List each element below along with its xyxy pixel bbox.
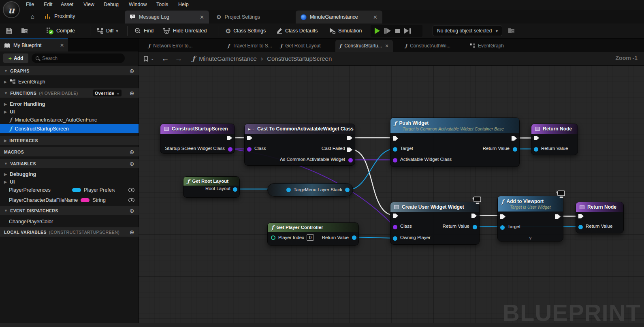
menu-view[interactable]: View <box>83 2 94 7</box>
back-arrow-icon[interactable]: ← <box>161 54 169 63</box>
class-in-pin[interactable] <box>247 147 252 152</box>
return-value-in-pin[interactable] <box>534 147 538 152</box>
sidebar-item-autogenfunc[interactable]: ƒ MinuteGameInstance_AutoGenFunc <box>0 115 139 124</box>
close-icon[interactable]: ✕ <box>385 43 389 49</box>
exec-in-pin[interactable] <box>500 214 505 219</box>
exec-in-pin[interactable] <box>393 213 398 218</box>
exec-out-pin[interactable] <box>471 213 477 218</box>
save-button[interactable] <box>6 24 13 38</box>
expand-advanced-chevron-icon[interactable]: ∨ <box>529 235 532 241</box>
class-settings-button[interactable]: ⚙ Class Settings <box>225 24 266 38</box>
return-value-out-pin[interactable] <box>513 147 517 152</box>
return-value-out-pin[interactable] <box>352 235 356 240</box>
add-variable-icon[interactable]: ⊕ <box>130 160 134 167</box>
sidebar-item-error-handling[interactable]: ▶ Error Handling <box>0 100 139 108</box>
sidebar-item-debugging[interactable]: ▶ Debugging <box>0 170 139 178</box>
stop-icon[interactable] <box>395 29 400 33</box>
sidebar-item-eventgraph[interactable]: ▶ EventGraph <box>0 77 139 86</box>
macros-section-header[interactable]: MACROS ⊕ <box>0 147 139 156</box>
functions-section-header[interactable]: ▼ FUNCTIONS (4 OVERRIDABLE) ⊕ Override ⌄ <box>0 88 139 98</box>
menu-tools[interactable]: Tools <box>156 2 168 7</box>
sidebar-item-constructstartupscreen[interactable]: ƒ ConstructStartupScreen <box>0 124 139 133</box>
object-out-pin[interactable] <box>348 158 353 162</box>
bookmark-icon[interactable] <box>143 56 148 62</box>
class-out-pin[interactable] <box>228 147 232 152</box>
chevron-down-icon[interactable]: ⌄ <box>151 56 154 61</box>
graph-tab-travel-error[interactable]: ƒTravel Error to S... <box>224 40 276 52</box>
debug-browse-button[interactable] <box>508 24 516 38</box>
return-value-in-pin[interactable] <box>578 225 583 229</box>
event-dispatchers-section-header[interactable]: ▼ EVENT DISPATCHERS ⊕ <box>0 206 139 215</box>
menu-window[interactable]: Window <box>129 2 147 7</box>
target-in-pin[interactable] <box>286 188 291 192</box>
visibility-eye-icon[interactable] <box>128 188 134 192</box>
simulation-button[interactable]: Simulation <box>329 24 362 38</box>
search-input[interactable] <box>42 56 111 61</box>
player-index-in-pin[interactable] <box>271 235 275 240</box>
class-in-pin[interactable] <box>393 225 397 229</box>
node-push-widget[interactable]: ƒPush Widget Target is Common Activatabl… <box>390 118 520 167</box>
find-button[interactable]: Find <box>134 24 154 38</box>
exec-in-pin[interactable] <box>247 135 252 141</box>
sidebar-item-changeplayercolor[interactable]: ChangePlayerColor <box>0 217 139 226</box>
play-icon[interactable] <box>375 28 380 34</box>
skip-icon[interactable] <box>404 28 411 34</box>
unreal-logo-icon[interactable]: u <box>3 1 20 18</box>
close-icon[interactable]: ✕ <box>60 43 64 48</box>
tab-minute-game-instance[interactable]: MinuteGameInstance ✕ <box>296 11 382 24</box>
return-value-out-pin[interactable] <box>473 225 477 229</box>
variables-section-header[interactable]: ▼ VARIABLES ⊕ <box>0 159 139 168</box>
add-button[interactable]: + Add <box>3 53 28 63</box>
player-index-value-input[interactable]: 0 <box>307 234 314 241</box>
exec-out-pin[interactable] <box>347 135 352 141</box>
variable-row-playercharacterdatafilename[interactable]: PlayerCharacterDataFileName String <box>0 196 139 204</box>
graph-tab-eventgraph[interactable]: EventGraph <box>466 40 508 52</box>
hide-unrelated-button[interactable]: Hide Unrelated <box>163 24 207 38</box>
interfaces-section-header[interactable]: ▶ INTERFACES <box>0 136 139 145</box>
override-dropdown[interactable]: Override ⌄ <box>93 90 122 96</box>
menu-layer-stack-out-pin[interactable] <box>345 188 350 192</box>
add-function-icon[interactable]: ⊕ <box>130 90 134 96</box>
node-constructstartupscreen-entry[interactable]: ConstructStartupScreen Startup Screen Wi… <box>160 124 235 154</box>
project-levels-icon[interactable] <box>45 13 51 19</box>
diff-button[interactable]: Diff ▾ <box>96 24 118 38</box>
exec-in-pin[interactable] <box>578 214 584 219</box>
menu-asset[interactable]: Asset <box>61 2 73 7</box>
cast-failed-exec-pin[interactable] <box>347 147 352 152</box>
tab-my-blueprint[interactable]: My Blueprint ✕ <box>0 38 68 51</box>
root-layout-out-pin[interactable] <box>233 187 237 192</box>
home-icon[interactable]: ⌂ <box>31 13 34 20</box>
menu-debug[interactable]: Debug <box>104 2 119 7</box>
graph-tab-network-error[interactable]: ƒNetwork Error to... <box>144 40 197 52</box>
menu-file[interactable]: File <box>26 2 34 7</box>
menu-edit[interactable]: Edit <box>44 2 53 7</box>
tab-project-settings[interactable]: ⚙ Project Settings <box>211 11 292 24</box>
graphs-section-header[interactable]: ▼ GRAPHS ⊕ <box>0 66 139 75</box>
project-name[interactable]: Proximity <box>54 13 75 19</box>
breadcrumb-blueprint[interactable]: MinuteGameInstance <box>199 55 257 62</box>
menu-help[interactable]: Help <box>178 2 189 7</box>
add-local-variable-icon[interactable]: ⊕ <box>130 229 134 235</box>
graph-tab-constructstartupscreen[interactable]: ƒConstructStartu... ✕ <box>335 40 393 52</box>
owning-player-in-pin[interactable] <box>393 236 397 241</box>
add-dispatcher-icon[interactable]: ⊕ <box>130 207 134 214</box>
node-return-bottom[interactable]: Return Node Return Value <box>576 202 624 233</box>
tab-message-log[interactable]: Message Log ✕ <box>125 11 209 24</box>
step-icon[interactable] <box>384 28 391 34</box>
node-cast-to-commonactivatablewidget[interactable]: ▸→ Cast To CommonActivatableWidget Class… <box>244 124 355 166</box>
node-get-root-layout[interactable]: ƒ Get Root Layout Root Layout <box>183 176 240 198</box>
node-get-player-controller[interactable]: ƒ Get Player Controller Player Index 0 R… <box>267 222 359 246</box>
sidebar-item-ui-variables[interactable]: ▶ UI <box>0 177 139 186</box>
exec-out-pin[interactable] <box>227 135 232 141</box>
close-icon[interactable]: ✕ <box>373 14 377 20</box>
forward-arrow-icon[interactable]: → <box>175 54 182 63</box>
node-create-user-widget[interactable]: Create User Widget Widget Class Return V… <box>390 202 480 245</box>
debug-object-dropdown[interactable]: No debug object selected ▾ <box>433 26 502 36</box>
sidebar-item-ui-functions[interactable]: ▶ UI <box>0 107 139 116</box>
node-return-top[interactable]: Return Node Return Value <box>531 124 578 155</box>
visibility-eye-icon[interactable] <box>128 198 134 202</box>
exec-in-pin[interactable] <box>534 135 539 141</box>
exec-out-pin[interactable] <box>555 214 561 219</box>
node-menu-layer-stack[interactable]: Target Menu Layer Stack <box>267 183 353 197</box>
local-variables-section-header[interactable]: LOCAL VARIABLES (CONSTRUCTSTARTUPSCREEN)… <box>0 227 139 237</box>
